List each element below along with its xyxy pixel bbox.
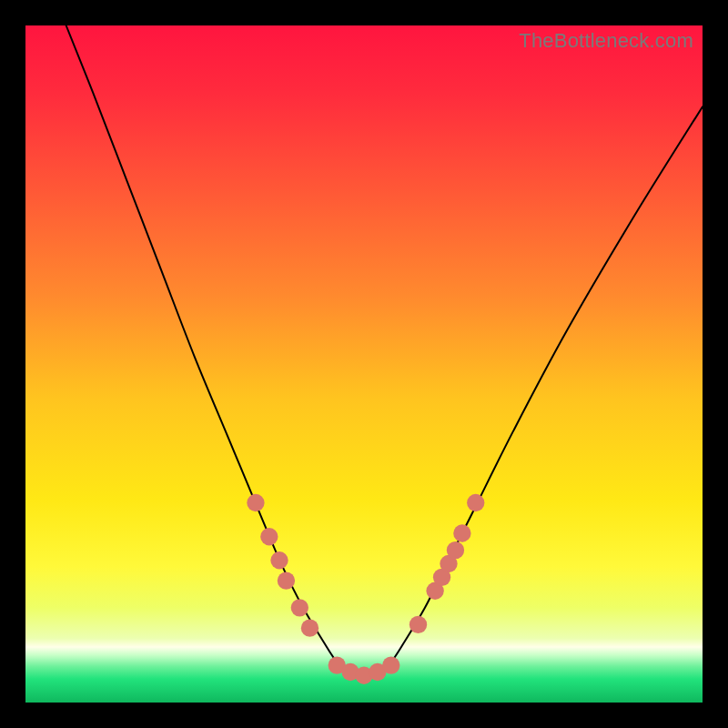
data-marker xyxy=(447,541,464,559)
data-marker xyxy=(260,528,278,545)
chart-frame: TheBottleneck.com xyxy=(0,0,728,728)
data-marker xyxy=(410,616,427,633)
plot-area: TheBottleneck.com xyxy=(25,25,703,703)
data-marker xyxy=(270,551,288,569)
marker-group xyxy=(247,494,484,684)
data-marker xyxy=(247,494,264,511)
curve-layer xyxy=(25,25,703,703)
data-marker xyxy=(301,619,318,636)
watermark-text: TheBottleneck.com xyxy=(519,29,693,53)
bottleneck-curve xyxy=(66,25,703,675)
data-marker xyxy=(291,599,308,616)
data-marker xyxy=(278,571,295,589)
data-marker xyxy=(467,494,484,511)
data-marker xyxy=(453,524,470,541)
data-marker xyxy=(382,656,399,673)
